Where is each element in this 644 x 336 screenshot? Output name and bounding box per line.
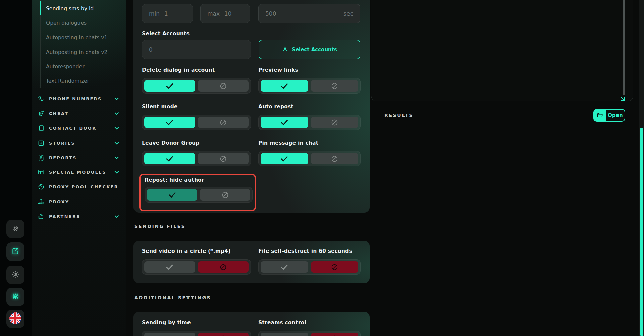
language-button[interactable] [6,310,24,328]
sidebar-item-open-dialogues[interactable]: Open dialogues [46,20,87,28]
external-link-button[interactable] [6,242,24,261]
chevron-down-icon [114,127,119,130]
interval-suffix: sec [343,10,353,17]
gauge-icon [38,183,45,190]
toggle-yes-button[interactable] [144,117,195,128]
paper-plane-icon [38,110,45,117]
results-header: RESULTS [384,113,413,118]
sidebar-item-reports[interactable]: REPORTS [38,150,118,165]
streams-control-label: Streams control [258,320,306,326]
select-accounts-label: Select Accounts [142,31,190,37]
equalizer-button[interactable] [6,288,24,306]
leave-donor-label: Leave Donor Group [142,140,200,146]
toggle-no-button[interactable] [198,80,249,92]
toggle-no-button[interactable] [311,261,359,273]
chevron-down-icon [114,97,119,100]
gear-icon [11,224,20,234]
min-value: 1 [164,10,168,17]
interval-input[interactable]: 500 sec [258,4,360,23]
panel-scrollbar-thumb[interactable] [623,0,625,95]
toggle-yes-button[interactable] [144,153,195,164]
min-label: min [149,10,160,17]
max-value: 10 [224,10,232,17]
leave-donor-toggle [142,151,251,166]
toggle-no-button[interactable] [311,153,359,164]
chevron-down-icon [114,215,119,218]
results-output-panel[interactable] [371,0,633,101]
folder-icon [594,110,606,121]
toggle-yes-button[interactable] [261,80,308,92]
toggle-no-button[interactable] [311,80,359,92]
delete-dialog-label: Delete dialog in account [142,67,215,73]
thumbs-up-icon [38,213,45,220]
network-icon [38,198,45,205]
sidebar-item-cheat[interactable]: CHEAT [38,106,118,121]
toggle-yes-button[interactable] [261,153,308,164]
self-destruct-label: File self-destruct in 60 seconds [258,248,352,254]
modules-icon [38,169,45,176]
pin-message-toggle [258,151,361,166]
notebook-icon [38,125,45,132]
additional-settings-header: ADDITIONAL SETTINGS [134,295,211,300]
sidebar-item-special-modules[interactable]: SPECIAL MODULES [38,165,118,179]
icon-rail [0,0,32,336]
open-results-button[interactable]: Open [593,109,625,122]
toggle-yes-button[interactable] [144,261,195,273]
chevron-down-icon [114,142,119,145]
min-input[interactable]: min 1 [142,4,193,23]
sidebar-item-autoresponder[interactable]: Autoresponder [46,64,85,72]
silent-mode-label: Silent mode [142,104,178,110]
delete-dialog-toggle [142,78,251,94]
sidebar-item-autoposting-v2[interactable]: Autoposting in chats v2 [46,49,107,57]
toggle-yes-button[interactable] [144,333,195,336]
chevron-down-icon [114,171,119,174]
interval-value: 500 [265,10,276,17]
toggle-yes-button[interactable] [261,333,308,336]
accounts-count-value: 0 [149,46,153,53]
toggle-no-button[interactable] [311,333,359,336]
toggle-yes-button[interactable] [147,189,197,201]
repost-hide-author-toggle [145,187,253,203]
person-icon [282,46,288,54]
sidebar-item-text-randomizer[interactable]: Text Randomizer [46,78,89,86]
pin-message-label: Pin message in chat [258,140,318,146]
sending-files-header: SENDING FILES [134,224,185,229]
toggle-yes-button[interactable] [261,117,308,128]
accounts-count-input[interactable]: 0 [142,40,251,59]
toggle-yes-button[interactable] [261,261,308,273]
sidebar-item-contact-book[interactable]: CONTACT BOOK [38,121,118,135]
toggle-no-button[interactable] [198,153,249,164]
auto-repost-label: Auto repost [258,104,293,110]
sidebar-item-proxy[interactable]: PROXY [38,194,118,209]
toggle-no-button[interactable] [311,117,359,128]
chevron-down-icon [114,156,119,159]
max-label: max [207,10,220,17]
report-icon [38,154,45,161]
toggle-no-button[interactable] [198,117,249,128]
theme-button[interactable] [6,266,24,284]
toggle-no-button[interactable] [198,261,249,273]
sidebar-item-autoposting-v1[interactable]: Autoposting in chats v1 [46,35,107,43]
sidebar-item-stories[interactable]: STORIES [38,135,118,150]
select-accounts-button[interactable]: Select Accounts [259,40,360,59]
sidebar-item-partners[interactable]: PARTNERS [38,209,118,224]
settings-button[interactable] [6,220,24,238]
toggle-no-button[interactable] [198,333,249,336]
external-link-icon [11,247,19,257]
page-scrollbar-thumb[interactable] [640,128,643,336]
sending-by-time-label: Sending by time [142,320,191,326]
sidebar-item-sending-sms-by-id[interactable]: Sending sms by id [46,6,94,14]
resize-grip-icon[interactable] [621,97,625,101]
toggle-yes-button[interactable] [144,80,195,92]
video-circle-label: Send video in a circle (*.mp4) [142,248,231,254]
toggle-no-button[interactable] [200,189,250,201]
self-destruct-toggle [258,259,361,275]
preview-links-toggle [258,78,361,94]
uk-flag-icon [9,312,22,326]
sidebar-item-proxy-pool-checker[interactable]: PROXY POOL CHECKER [38,179,118,194]
preview-links-label: Preview links [258,67,298,73]
max-input[interactable]: max 10 [200,4,250,23]
sidebar-item-phone-numbers[interactable]: PHONE NUMBERS [38,91,118,106]
repost-hide-author-label: Repost: hide author [145,177,204,183]
chevron-down-icon [114,112,119,115]
